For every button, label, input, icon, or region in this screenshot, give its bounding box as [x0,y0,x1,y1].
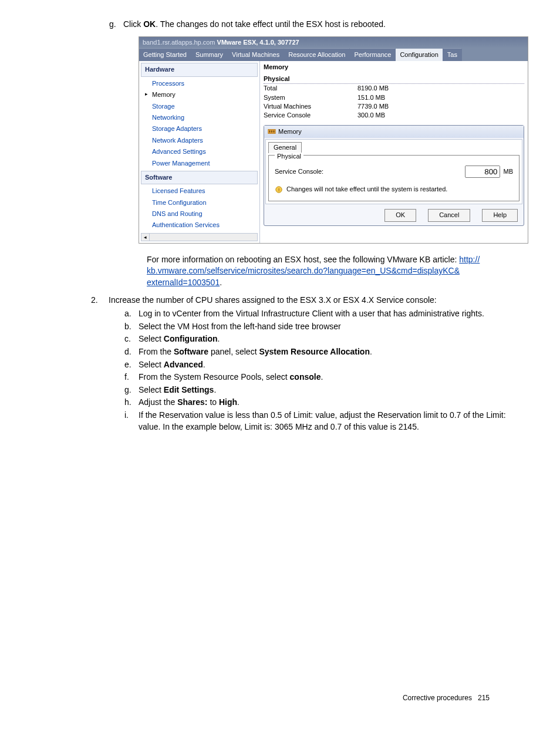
memory-rows: Total8190.0 MBSystem151.0 MBVirtual Mach… [264,84,524,120]
help-button[interactable]: Help [482,209,518,221]
scroll-left-icon[interactable]: ◂ [141,234,150,241]
dialog-buttons: OKCancelHelp [264,205,524,225]
tab-getting-started[interactable]: Getting Started [139,48,191,61]
tab-bar: Getting StartedSummaryVirtual MachinesRe… [139,48,528,61]
substep: h.Adjust the Shares: to High. [124,397,525,409]
kb-link-3[interactable]: externalId=1003501 [147,278,220,287]
substep: c.Select Configuration. [124,333,525,345]
substep: f.From the System Resource Pools, select… [124,372,525,383]
warning-text: Changes will not take effect until the s… [286,185,447,194]
svg-rect-1 [269,131,271,133]
sidebar-item-time-configuration[interactable]: Time Configuration [139,197,259,208]
content-panel: Memory Physical Total8190.0 MBSystem151.… [260,61,528,242]
tab-tas[interactable]: Tas [443,48,462,61]
step-g-row: g. Click OK. The changes do not take eff… [109,19,525,31]
software-list: Licensed FeaturesTime ConfigurationDNS a… [139,185,259,231]
tab-performance[interactable]: Performance [350,48,396,61]
service-console-label: Service Console: [275,167,461,176]
memory-icon [268,127,276,136]
memory-dialog: Memory General Physical Service Console:… [264,125,524,226]
tab-resource-allocation[interactable]: Resource Allocation [284,48,350,61]
sidebar-item-network-adapters[interactable]: Network Adapters [139,135,259,146]
hardware-heading: Hardware [141,63,258,76]
step-text: Increase the number of CPU shares assign… [109,295,437,306]
sidebar-item-storage[interactable]: Storage [139,101,259,112]
step-number: 2. [91,295,109,306]
substeps: a.Log in to vCenter from the Virtual Inf… [124,308,525,433]
hardware-list: ProcessorsMemoryStorageNetworkingStorage… [139,78,259,169]
substep: i.If the Reservation value is less than … [124,410,525,433]
dialog-title-bar: Memory [264,126,524,138]
memory-row: Total8190.0 MB [264,84,524,93]
software-heading: Software [141,171,258,184]
substep: g.Select Edit Settings. [124,384,525,396]
step-2: 2. Increase the number of CPU shares ass… [91,295,525,306]
page-footer: Corrective procedures 215 [403,693,490,703]
horizontal-scrollbar[interactable]: ◂ [141,233,258,241]
window-titlebar: band1.rsr.atlapps.hp.com VMware ESX, 4.1… [139,37,528,48]
step-text: Click OK. The changes do not take effect… [123,19,386,29]
physical-heading: Physical [264,75,524,84]
host-name: band1.rsr.atlapps.hp.com [143,39,215,46]
sidebar-item-dns-and-routing[interactable]: DNS and Routing [139,208,259,220]
vsphere-screenshot: band1.rsr.atlapps.hp.com VMware ESX, 4.1… [139,36,528,244]
svg-text:!: ! [278,187,279,192]
service-console-input[interactable] [465,166,500,178]
sidebar-item-power-management[interactable]: Power Management [139,158,259,169]
substep: b.Select the VM Host from the left-hand … [124,321,525,333]
window-title: VMware ESX, 4.1.0, 307727 [217,39,299,46]
sidebar-item-memory[interactable]: Memory [139,89,259,100]
kb-link-2[interactable]: kb.vmware.com/selfservice/microsites/sea… [147,266,460,275]
left-panel: Hardware ProcessorsMemoryStorageNetworki… [139,61,260,242]
kb-paragraph: For more information on rebooting an ESX… [147,254,525,289]
sidebar-item-authentication-services[interactable]: Authentication Services [139,220,259,231]
memory-row: Service Console300.0 MB [264,111,524,120]
memory-heading: Memory [264,63,524,72]
step-letter: g. [109,19,123,31]
svg-rect-2 [271,131,272,133]
sidebar-item-advanced-settings[interactable]: Advanced Settings [139,146,259,157]
tab-summary[interactable]: Summary [191,48,228,61]
dialog-body: General Physical Service Console: MB ! C… [265,139,522,204]
cancel-button[interactable]: Cancel [428,209,470,221]
ok-button[interactable]: OK [384,209,416,221]
fieldset-legend: Physical [275,153,303,160]
sidebar-item-licensed-features[interactable]: Licensed Features [139,185,259,197]
unit-label: MB [504,167,514,176]
dialog-title: Memory [278,127,302,136]
substep: d.From the Software panel, select System… [124,346,525,358]
svg-rect-3 [274,131,275,133]
tab-general[interactable]: General [268,142,302,153]
memory-row: System151.0 MB [264,93,524,102]
sidebar-item-storage-adapters[interactable]: Storage Adapters [139,123,259,134]
warning-icon: ! [275,185,283,194]
sidebar-item-networking[interactable]: Networking [139,112,259,123]
sidebar-item-processors[interactable]: Processors [139,78,259,89]
memory-row: Virtual Machines7739.0 MB [264,102,524,111]
physical-fieldset: Physical Service Console: MB ! Changes w… [268,155,519,202]
kb-link[interactable]: http:// [459,255,480,264]
tab-virtual-machines[interactable]: Virtual Machines [228,48,284,61]
tab-configuration[interactable]: Configuration [396,48,443,61]
substep: a.Log in to vCenter from the Virtual Inf… [124,308,525,320]
substep: e.Select Advanced. [124,359,525,371]
